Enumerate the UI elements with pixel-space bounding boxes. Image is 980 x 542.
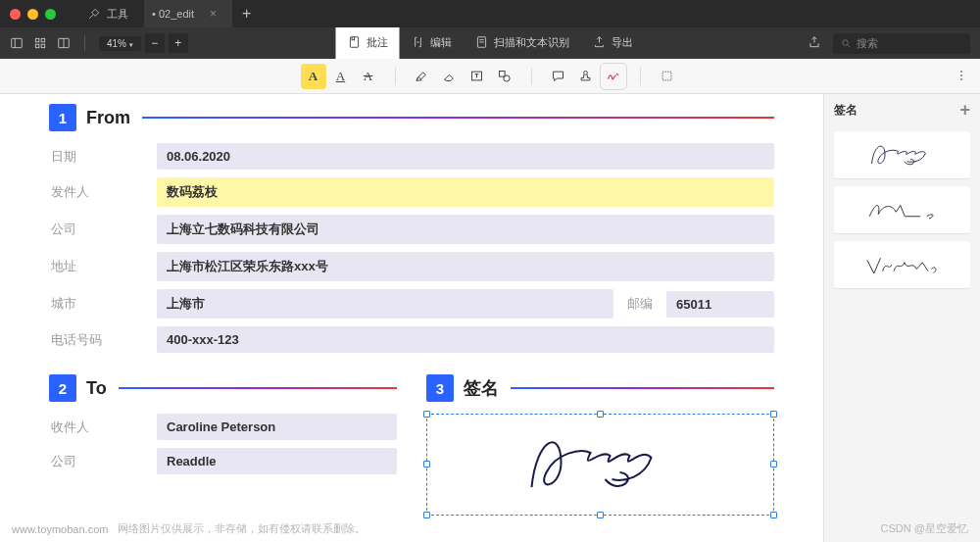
minimize-window-button[interactable] <box>27 9 38 20</box>
svg-rect-4 <box>35 44 39 48</box>
tab-tools[interactable]: 工具 <box>79 0 144 27</box>
field-company[interactable]: 上海立七数码科技有限公司 <box>157 215 774 244</box>
section-number: 3 <box>426 374 454 402</box>
underline-button[interactable]: A <box>328 64 354 89</box>
annotation-toolbar: A A A ⠇ <box>0 59 980 94</box>
svg-point-12 <box>843 39 849 45</box>
mode-label: 导出 <box>612 35 633 50</box>
resize-handle[interactable] <box>423 512 430 518</box>
field-company-to[interactable]: Readdle <box>157 448 397 474</box>
field-phone[interactable]: 400-xxx-123 <box>157 326 774 353</box>
toolbar-left: 41% ▾ − + <box>0 33 188 53</box>
resize-handle[interactable] <box>597 411 604 418</box>
section-header-to: 2 To <box>49 374 397 402</box>
field-zip[interactable]: 65011 <box>666 291 774 318</box>
resize-handle[interactable] <box>597 512 604 518</box>
mode-label: 扫描和文本识别 <box>494 35 569 50</box>
note-button[interactable] <box>546 64 571 89</box>
resize-handle[interactable] <box>423 461 430 468</box>
edit-icon <box>412 35 425 49</box>
signature-panel: 签名 + <box>823 94 980 542</box>
mode-export[interactable]: 导出 <box>581 27 645 59</box>
section-number: 1 <box>49 104 76 131</box>
split-view-icon[interactable] <box>57 36 71 50</box>
window-controls <box>10 9 56 20</box>
selection-button[interactable] <box>655 64 680 89</box>
section-title: From <box>86 108 130 128</box>
divider <box>84 35 85 51</box>
mode-switcher: 批注 编辑 扫描和文本识别 导出 <box>336 27 645 59</box>
search-placeholder: 搜索 <box>857 36 878 51</box>
document-viewport[interactable]: 1 From 日期 08.06.2020 发件人 数码荔枝 公司 上海立七数码科… <box>0 94 823 542</box>
zoom-out-button[interactable]: − <box>145 33 165 53</box>
resize-handle[interactable] <box>423 411 430 418</box>
sidebar-toggle-icon[interactable] <box>10 36 24 50</box>
form-row-city: 城市 上海市 邮编 65011 <box>49 289 774 319</box>
label-sender: 发件人 <box>49 183 157 201</box>
search-input[interactable]: 搜索 <box>833 33 970 54</box>
highlight-button[interactable]: A <box>301 64 326 89</box>
field-recipient[interactable]: Caroline Peterson <box>157 414 397 440</box>
svg-point-16 <box>504 75 510 81</box>
main-toolbar: 41% ▾ − + 批注 编辑 扫描和文本识别 导出 搜索 <box>0 27 980 59</box>
mode-annotate[interactable]: 批注 <box>336 27 400 59</box>
field-address[interactable]: 上海市松江区荣乐东路xxx号 <box>157 252 774 281</box>
signature-item-3[interactable] <box>834 241 970 288</box>
title-bar: 工具 • 02_edit × + <box>0 0 980 27</box>
field-city[interactable]: 上海市 <box>157 289 613 319</box>
strikethrough-button[interactable]: A <box>356 64 381 89</box>
mode-label: 编辑 <box>430 35 452 50</box>
text-box-button[interactable] <box>465 64 490 89</box>
more-tools-button[interactable]: ⠇ <box>958 69 970 84</box>
signature-list <box>824 125 980 294</box>
pen-button[interactable] <box>410 64 435 89</box>
close-window-button[interactable] <box>10 9 21 20</box>
panel-title: 签名 <box>834 102 858 119</box>
shape-button[interactable] <box>492 64 517 89</box>
thumbnails-icon[interactable] <box>33 36 47 50</box>
stamp-button[interactable] <box>573 64 599 89</box>
zoom-in-button[interactable]: + <box>169 33 188 53</box>
tab-label: 工具 <box>107 7 128 22</box>
form-row-recipient: 收件人 Caroline Peterson <box>49 414 397 440</box>
eraser-button[interactable] <box>437 64 463 89</box>
sections-row: 2 To 收件人 Caroline Peterson 公司 Readdle <box>49 374 774 516</box>
document-page: 1 From 日期 08.06.2020 发件人 数码荔枝 公司 上海立七数码科… <box>39 104 784 542</box>
maximize-window-button[interactable] <box>45 9 56 20</box>
share-icon[interactable] <box>808 35 821 51</box>
label-company: 公司 <box>49 221 157 238</box>
mode-edit[interactable]: 编辑 <box>400 27 464 59</box>
main-area: 1 From 日期 08.06.2020 发件人 数码荔枝 公司 上海立七数码科… <box>0 94 980 542</box>
signature-button[interactable] <box>601 64 626 89</box>
field-sender[interactable]: 数码荔枝 <box>157 177 774 207</box>
form-row-address: 地址 上海市松江区荣乐东路xxx号 <box>49 252 774 281</box>
add-signature-button[interactable]: + <box>959 100 970 121</box>
resize-handle[interactable] <box>770 512 777 518</box>
section-header-signature: 3 签名 <box>426 374 774 402</box>
section-header-from: 1 From <box>49 104 774 131</box>
separator <box>395 68 396 85</box>
mode-ocr[interactable]: 扫描和文本识别 <box>464 27 581 59</box>
section-signature: 3 签名 <box>426 374 774 516</box>
tab-document[interactable]: • 02_edit × <box>144 0 232 27</box>
document-tabs: 工具 • 02_edit × + <box>79 0 261 27</box>
signature-item-2[interactable] <box>834 186 970 233</box>
resize-handle[interactable] <box>770 411 777 418</box>
resize-handle[interactable] <box>770 461 777 468</box>
label-city: 城市 <box>49 295 157 313</box>
label-date: 日期 <box>49 148 157 166</box>
panel-header: 签名 + <box>824 94 980 125</box>
close-tab-icon[interactable]: × <box>210 7 217 21</box>
zoom-level[interactable]: 41% ▾ <box>99 36 141 51</box>
signature-selection[interactable] <box>426 414 774 516</box>
signature-item-1[interactable] <box>834 131 970 178</box>
section-divider <box>511 387 774 389</box>
tools-icon <box>87 7 101 21</box>
form-row-sender: 发件人 数码荔枝 <box>49 177 774 207</box>
signature-image <box>431 419 769 507</box>
separator <box>531 68 532 85</box>
scan-icon <box>475 35 489 49</box>
export-icon <box>593 35 607 49</box>
new-tab-button[interactable]: + <box>232 5 261 23</box>
field-date[interactable]: 08.06.2020 <box>157 143 774 170</box>
